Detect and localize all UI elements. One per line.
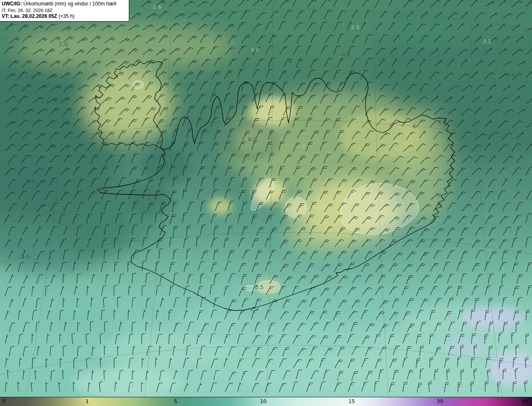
islet <box>142 144 143 145</box>
colorbar-tick: 0 <box>2 397 5 406</box>
islet <box>124 146 125 147</box>
contour-label: 4.9 <box>438 119 447 125</box>
contour-label: 3.2 <box>483 38 492 44</box>
valid-time: VT: Lau. 28.02.2026 05Z <box>2 13 57 19</box>
weather-chart: 2.62.53.25.43.04.44.45.32.92.04.966.02.0… <box>0 0 532 406</box>
contour-label: 2.9 <box>96 186 105 192</box>
colorbar: 01510153050 <box>0 397 532 406</box>
islet <box>257 309 259 310</box>
colorbar-tick: 50 <box>522 397 528 406</box>
valid-time-line: VT: Lau. 28.02.2026 05Z (+35 h) <box>2 13 125 20</box>
islet <box>136 146 137 147</box>
islet <box>251 310 252 311</box>
contour-label: 2.0 <box>298 143 306 149</box>
contour-label: 2.6 <box>153 4 162 10</box>
contour-label: 4.4 <box>342 52 351 58</box>
contour-label: 2.9 <box>41 99 49 105</box>
precip-region <box>208 198 232 215</box>
contour-label: 5.8 <box>27 179 36 185</box>
precip-region <box>84 68 174 141</box>
islet <box>128 142 128 143</box>
contour-label: 9.6 <box>331 374 340 380</box>
contour-label: 3.7 <box>55 196 64 202</box>
contour-label: 9.7 <box>170 347 178 354</box>
chart-title: Úrkomumætti (mm) og vindur í 100m hæð <box>22 1 116 7</box>
precip-region <box>17 25 233 71</box>
colorbar-tick: 1 <box>86 397 89 406</box>
colorbar-tick: 30 <box>437 397 443 406</box>
lead-time: (+35 h) <box>57 13 74 19</box>
contour-label: 4.4 <box>507 72 515 78</box>
colorbar-tick: 10 <box>260 397 267 406</box>
islet <box>253 307 255 308</box>
contour-label: 6.3 <box>148 196 156 202</box>
contour-label: 5.5 <box>21 253 30 259</box>
model-id: UWC/IG: <box>2 1 22 7</box>
contour-label: 3.5 <box>255 284 264 290</box>
precip-region <box>339 112 418 160</box>
contour-label: 10.0 <box>439 314 451 320</box>
colorbar-tick: 5 <box>174 397 177 406</box>
contour-label: 6.0 <box>248 136 257 142</box>
colorbar-tick: 15 <box>348 397 355 406</box>
contour-label: 2.0 <box>269 110 278 116</box>
chart-title-line: UWC/IG: Úrkomumætti (mm) og vindur í 100… <box>2 1 125 7</box>
glacier-outline <box>133 81 143 89</box>
contour-label: 1.0 <box>209 316 218 323</box>
contour-label: 7.8 <box>209 372 217 378</box>
contour-label: 6 <box>413 123 416 130</box>
contour-label: 3.0 <box>251 46 259 53</box>
contour-label: 6.2 <box>165 161 173 168</box>
weather-map: 2.62.53.25.43.04.44.45.32.92.04.966.02.0… <box>0 0 532 397</box>
contour-label: 10.2 <box>123 381 135 387</box>
contour-label: 2.5 <box>351 24 360 30</box>
glacier-outline <box>286 197 306 218</box>
precip-region <box>96 334 237 367</box>
contour-label: 5.3 <box>25 74 34 80</box>
title-box: UWC/IG: Úrkomumætti (mm) og vindur í 100… <box>0 0 129 22</box>
islet <box>290 61 291 63</box>
precip-region <box>444 337 487 357</box>
init-time: IT: Fim. 26. 02. 2026 18Z <box>2 7 125 14</box>
contour-label: 5.4 <box>59 41 68 47</box>
